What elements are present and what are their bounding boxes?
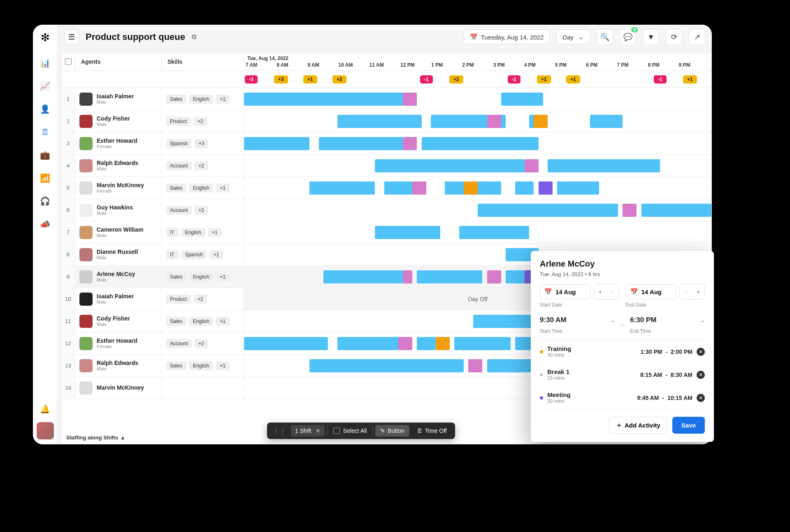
- search-button[interactable]: 🔍: [597, 29, 613, 45]
- agent-row[interactable]: 6Guy HawkinsMaleAccount+2: [61, 199, 711, 221]
- shift-bar[interactable]: [548, 159, 660, 172]
- select-all-action[interactable]: Select All: [330, 427, 370, 434]
- activity-block[interactable]: [468, 359, 482, 372]
- shift-bar[interactable]: [375, 226, 440, 239]
- activity-from[interactable]: 1:30 PM: [640, 348, 662, 355]
- remove-activity-button[interactable]: ✕: [697, 394, 705, 402]
- agent-row[interactable]: 1Isaiah PalmerMaleSalesEnglish+1: [61, 88, 711, 110]
- nav-dashboard-icon[interactable]: 📊: [38, 56, 53, 70]
- agent-row[interactable]: 3Esther HowardFemaleSpanish+3: [61, 132, 711, 155]
- end-date-prev[interactable]: ‹: [680, 284, 692, 299]
- shift-bar[interactable]: [244, 337, 328, 350]
- shift-bar[interactable]: [384, 181, 412, 195]
- activity-to[interactable]: 2:00 PM: [671, 348, 692, 355]
- save-button[interactable]: Save: [672, 417, 705, 434]
- shift-bar[interactable]: [422, 137, 539, 150]
- view-select[interactable]: Day ⌄: [556, 30, 590, 44]
- shift-bar[interactable]: [557, 181, 599, 195]
- end-date-next[interactable]: ›: [692, 284, 704, 299]
- nav-schedule-icon[interactable]: 🗓: [38, 125, 53, 139]
- activity-block[interactable]: [403, 93, 417, 106]
- agent-row[interactable]: 2Cody FisherMaleProduct+2: [61, 110, 711, 132]
- date-picker[interactable]: 📅 Tuesday, Aug 14, 2022: [464, 30, 550, 44]
- nav-analytics-icon[interactable]: 📈: [38, 79, 53, 93]
- export-button[interactable]: ↗: [689, 29, 705, 45]
- drag-handle-icon[interactable]: ⋮⋮: [270, 427, 288, 435]
- activity-block[interactable]: [534, 115, 548, 128]
- activity-block[interactable]: [412, 181, 426, 195]
- remove-activity-button[interactable]: ✕: [697, 371, 705, 379]
- activity-block[interactable]: [487, 115, 501, 128]
- activity-block[interactable]: [436, 337, 450, 350]
- start-date-input[interactable]: 📅 14 Aug: [540, 284, 590, 299]
- shift-bar[interactable]: [487, 359, 534, 372]
- nav-briefcase-icon[interactable]: 💼: [38, 148, 53, 163]
- shift-bar[interactable]: [590, 115, 623, 128]
- shift-bar[interactable]: [337, 337, 398, 350]
- time-off-button[interactable]: 🗓 Time Off: [412, 425, 452, 437]
- clear-selection-button[interactable]: ✕: [316, 427, 321, 434]
- activity-block[interactable]: [525, 159, 539, 172]
- activity-block[interactable]: [487, 270, 501, 283]
- shift-bar[interactable]: [417, 270, 482, 283]
- activity-from[interactable]: 8:15 AM: [640, 372, 662, 378]
- nav-bell-icon[interactable]: 🔔: [38, 402, 53, 416]
- external-icon[interactable]: ⧉: [192, 33, 196, 41]
- agent-row[interactable]: 5Marvin McKinneyFemaleSalesEnglish+1: [61, 177, 711, 199]
- shift-bar[interactable]: [501, 93, 543, 106]
- activity-to[interactable]: 10:15 AM: [667, 395, 692, 401]
- activity-block[interactable]: [464, 181, 478, 195]
- select-all-checkbox[interactable]: [65, 58, 72, 65]
- shift-bar[interactable]: [641, 204, 711, 217]
- shift-bar[interactable]: [515, 181, 534, 195]
- shift-bar[interactable]: [244, 93, 403, 106]
- agent-row[interactable]: 4Ralph EdwardsMaleAccount+2: [61, 155, 711, 177]
- edit-button[interactable]: ✎ Button: [375, 425, 409, 437]
- shift-bar[interactable]: [417, 337, 435, 350]
- shift-bar[interactable]: [375, 159, 525, 172]
- agent-row[interactable]: 7Cameron WilliamMaleITEnglish+1: [61, 221, 711, 244]
- col-header-skills[interactable]: Skills: [162, 53, 244, 70]
- remove-activity-button[interactable]: ✕: [697, 348, 705, 356]
- nav-reports-icon[interactable]: 📶: [38, 171, 53, 186]
- shift-bar[interactable]: [454, 337, 510, 350]
- activity-block[interactable]: [403, 270, 412, 283]
- start-date-prev[interactable]: ‹: [594, 284, 606, 299]
- nav-announce-icon[interactable]: 📣: [38, 217, 53, 232]
- activity-block[interactable]: [623, 204, 637, 217]
- activity-block[interactable]: [398, 337, 412, 350]
- nav-contacts-icon[interactable]: 👤: [38, 102, 53, 116]
- nav-agent-icon[interactable]: 🎧: [38, 194, 53, 209]
- shift-bar[interactable]: [309, 181, 375, 195]
- timeline-cell[interactable]: [244, 110, 711, 132]
- add-activity-button[interactable]: ＋ Add Activity: [609, 417, 667, 434]
- profile-avatar[interactable]: [37, 422, 54, 439]
- timeline-cell[interactable]: [244, 88, 711, 110]
- staffing-footer-toggle[interactable]: Staffing along Shifts ▴: [66, 434, 124, 441]
- shift-bar[interactable]: [337, 115, 421, 128]
- activity-block[interactable]: [539, 181, 553, 195]
- activity-from[interactable]: 9:45 AM: [637, 395, 659, 401]
- activity-block[interactable]: [403, 137, 417, 150]
- start-time-select[interactable]: 9:30 AM ⌄: [540, 314, 615, 326]
- end-time-select[interactable]: 6:30 PM ⌄: [630, 314, 705, 326]
- timeline-cell[interactable]: [244, 155, 711, 177]
- chat-button[interactable]: 💬8: [620, 29, 636, 45]
- timeline-cell[interactable]: [244, 132, 711, 154]
- shift-bar[interactable]: [459, 226, 529, 239]
- timeline-cell[interactable]: [244, 177, 711, 199]
- shift-bar[interactable]: [478, 204, 618, 217]
- end-date-input[interactable]: 📅 14 Aug: [626, 284, 676, 299]
- timeline-cell[interactable]: [244, 221, 711, 243]
- start-date-next[interactable]: ›: [606, 284, 619, 299]
- shift-bar[interactable]: [323, 270, 403, 283]
- shift-bar[interactable]: [309, 359, 464, 372]
- col-header-agents[interactable]: Agents: [75, 53, 162, 70]
- filter-button[interactable]: ▼: [643, 29, 659, 45]
- timeline-cell[interactable]: [244, 199, 711, 221]
- shift-bar[interactable]: [319, 137, 403, 150]
- refresh-button[interactable]: ⟳: [666, 29, 682, 45]
- activity-to[interactable]: 8:30 AM: [671, 372, 692, 378]
- menu-button[interactable]: ☰: [64, 30, 79, 44]
- shift-bar[interactable]: [244, 137, 309, 150]
